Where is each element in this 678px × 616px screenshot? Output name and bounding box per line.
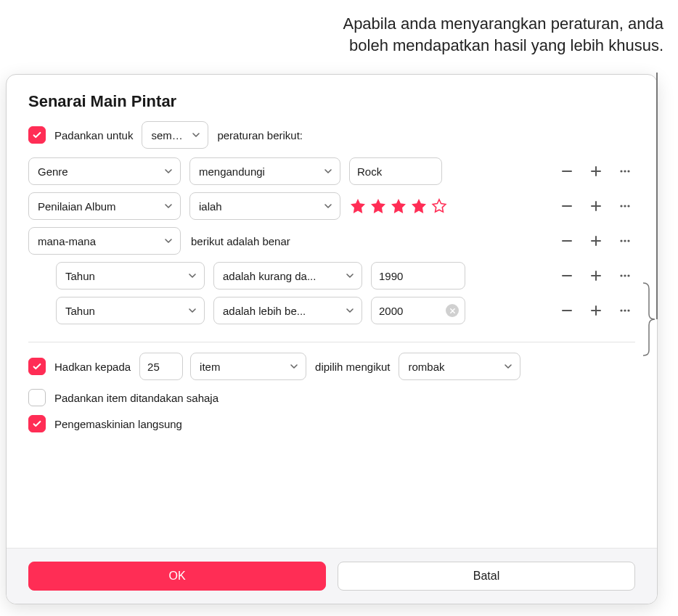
rule-field-value: Genre	[38, 165, 68, 178]
live-update-row: Pengemaskinian langsung	[28, 415, 635, 432]
chevron-down-icon	[188, 271, 197, 280]
close-icon	[449, 308, 456, 314]
match-label-before: Padankan untuk	[53, 129, 134, 141]
chevron-down-icon	[504, 362, 512, 371]
rule-value-input[interactable]: 1990	[371, 262, 465, 289]
plus-icon	[589, 268, 603, 283]
rule-field-value: Tahun	[65, 305, 95, 317]
annotation-caption: Apabila anda menyarangkan peraturan, and…	[225, 13, 663, 56]
limit-checkbox[interactable]	[28, 358, 46, 375]
chevron-down-icon	[346, 306, 354, 315]
rule-field-select[interactable]: Tahun	[56, 297, 205, 324]
star-filled-icon	[369, 197, 387, 215]
match-label-after: peraturan berikut:	[216, 129, 304, 141]
clear-value-button[interactable]	[446, 304, 459, 317]
add-rule-button[interactable]	[586, 266, 606, 286]
minus-icon	[560, 199, 574, 213]
rule-value-text: 2000	[379, 305, 403, 317]
star-empty-icon	[430, 197, 448, 215]
rule-op-value: adalah lebih be...	[223, 305, 306, 317]
add-rule-button[interactable]	[586, 231, 606, 251]
match-mode-select[interactable]: semua	[142, 121, 208, 149]
rule-op-value: mengandungi	[199, 165, 265, 178]
limit-by-select[interactable]: rombak	[399, 353, 520, 380]
rule-field-select[interactable]: Penilaian Album	[28, 192, 181, 220]
rule-field-value: Penilaian Album	[38, 200, 116, 213]
remove-rule-button[interactable]	[557, 231, 577, 251]
callout-line	[656, 73, 658, 319]
star-filled-icon	[410, 197, 428, 215]
nested-rule-row-2: Tahun adalah lebih be... 2000	[56, 297, 635, 324]
only-checked-label: Padankan item ditandakan sahaja	[53, 392, 220, 404]
live-update-checkbox[interactable]	[28, 415, 46, 432]
minus-icon	[560, 268, 574, 283]
plus-icon	[589, 234, 603, 248]
svg-point-13	[624, 309, 626, 311]
plus-icon	[589, 303, 603, 318]
checkmark-icon	[32, 361, 42, 371]
limit-label-before: Hadkan kepada	[53, 361, 132, 373]
ellipsis-icon	[618, 303, 632, 318]
remove-rule-button[interactable]	[557, 266, 577, 286]
limit-value-input[interactable]: 25	[139, 353, 183, 380]
rule-op-select[interactable]: adalah lebih be...	[213, 297, 362, 324]
more-button[interactable]	[615, 196, 635, 216]
remove-rule-button[interactable]	[557, 300, 577, 321]
checkmark-icon	[32, 419, 42, 429]
match-checkbox[interactable]	[28, 126, 46, 144]
svg-point-6	[620, 239, 622, 242]
remove-rule-button[interactable]	[557, 196, 577, 216]
svg-point-11	[627, 274, 629, 276]
only-checked-row: Padankan item ditandakan sahaja	[28, 389, 635, 406]
limit-label-mid: dipilih mengikut	[314, 361, 391, 373]
add-rule-button[interactable]	[586, 161, 606, 181]
add-rule-button[interactable]	[586, 300, 606, 321]
ellipsis-icon	[618, 164, 632, 178]
rule-op-select[interactable]: ialah	[189, 192, 340, 220]
minus-icon	[560, 234, 574, 248]
caption-line-1: Apabila anda menyarangkan peraturan, and…	[343, 15, 663, 33]
rule-group-header: mana-mana berikut adalah benar	[28, 227, 635, 255]
svg-point-4	[624, 205, 626, 207]
rule-op-select[interactable]: adalah kurang da...	[213, 262, 362, 289]
rule-op-select[interactable]: mengandungi	[189, 157, 340, 185]
rule-field-select[interactable]: Genre	[28, 157, 181, 185]
more-button[interactable]	[615, 231, 635, 251]
chevron-down-icon	[188, 306, 197, 315]
rule-value-input[interactable]: Rock	[349, 157, 442, 185]
cancel-button[interactable]: Batal	[338, 562, 635, 591]
star-filled-icon	[390, 197, 407, 215]
rule-row-2: Penilaian Album ialah	[28, 192, 635, 220]
remove-rule-button[interactable]	[557, 161, 577, 181]
svg-point-14	[627, 309, 629, 311]
rule-value-input[interactable]: 2000	[371, 297, 465, 324]
match-row: Padankan untuk semua peraturan berikut:	[28, 121, 635, 149]
only-checked-checkbox[interactable]	[28, 389, 46, 406]
plus-icon	[589, 199, 603, 213]
section-divider	[28, 342, 635, 342]
add-rule-button[interactable]	[586, 196, 606, 216]
match-mode-value: semua	[151, 129, 183, 141]
svg-point-5	[627, 205, 629, 207]
plus-icon	[589, 164, 603, 178]
more-button[interactable]	[615, 266, 635, 286]
svg-point-7	[624, 239, 626, 242]
live-update-label: Pengemaskinian langsung	[53, 418, 184, 430]
limit-row: Hadkan kepada 25 item dipilih mengikut r…	[28, 353, 635, 380]
dialog-footer: OK Batal	[7, 548, 657, 604]
more-button[interactable]	[615, 300, 635, 321]
rule-field-select[interactable]: Tahun	[56, 262, 205, 289]
limit-unit-select[interactable]: item	[190, 353, 306, 380]
svg-point-9	[620, 274, 622, 276]
ellipsis-icon	[618, 268, 632, 283]
chevron-down-icon	[290, 362, 298, 371]
chevron-down-icon	[324, 167, 332, 176]
more-button[interactable]	[615, 161, 635, 181]
group-mode-select[interactable]: mana-mana	[28, 227, 181, 255]
minus-icon	[560, 164, 574, 178]
star-rating[interactable]	[349, 197, 448, 215]
limit-value-text: 25	[147, 361, 160, 373]
chevron-down-icon	[346, 271, 354, 280]
smart-playlist-dialog: Senarai Main Pintar Padankan untuk semua…	[6, 74, 658, 604]
ok-button[interactable]: OK	[28, 562, 326, 591]
